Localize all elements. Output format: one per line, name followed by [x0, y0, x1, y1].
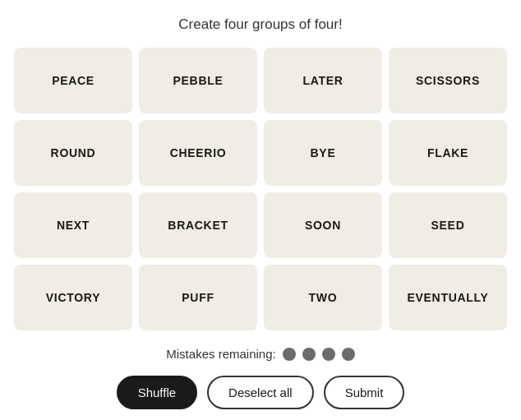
- action-buttons: Shuffle Deselect all Submit: [117, 376, 405, 409]
- word-tile[interactable]: FLAKE: [389, 120, 507, 186]
- word-tile[interactable]: PEBBLE: [139, 48, 257, 113]
- word-tile[interactable]: VICTORY: [14, 265, 132, 330]
- word-tile[interactable]: TWO: [264, 265, 382, 330]
- word-grid: PEACEPEBBLELATERSCISSORSROUNDCHEERIOBYEF…: [14, 48, 507, 330]
- word-tile[interactable]: PUFF: [139, 265, 257, 330]
- mistakes-row: Mistakes remaining:: [166, 347, 354, 361]
- main-container: Create four groups of four! PEACEPEBBLEL…: [14, 0, 507, 420]
- word-tile[interactable]: NEXT: [14, 192, 132, 258]
- word-tile[interactable]: LATER: [264, 48, 382, 113]
- mistake-dot-4: [342, 348, 355, 361]
- word-tile[interactable]: BRACKET: [139, 192, 257, 258]
- shuffle-button[interactable]: Shuffle: [117, 376, 197, 409]
- mistake-dot-1: [283, 348, 296, 361]
- word-tile[interactable]: SCISSORS: [389, 48, 507, 113]
- word-tile[interactable]: SEED: [389, 192, 507, 258]
- instruction-text: Create four groups of four!: [178, 16, 342, 33]
- mistake-dot-3: [322, 348, 335, 361]
- deselect-button[interactable]: Deselect all: [207, 376, 314, 409]
- mistake-dot-2: [302, 348, 316, 361]
- word-tile[interactable]: PEACE: [14, 48, 132, 113]
- submit-button[interactable]: Submit: [324, 376, 405, 409]
- mistakes-label: Mistakes remaining:: [166, 347, 275, 361]
- word-tile[interactable]: CHEERIO: [139, 120, 257, 186]
- word-tile[interactable]: BYE: [264, 120, 382, 186]
- word-tile[interactable]: ROUND: [14, 120, 132, 186]
- word-tile[interactable]: EVENTUALLY: [389, 265, 507, 330]
- word-tile[interactable]: SOON: [264, 192, 382, 258]
